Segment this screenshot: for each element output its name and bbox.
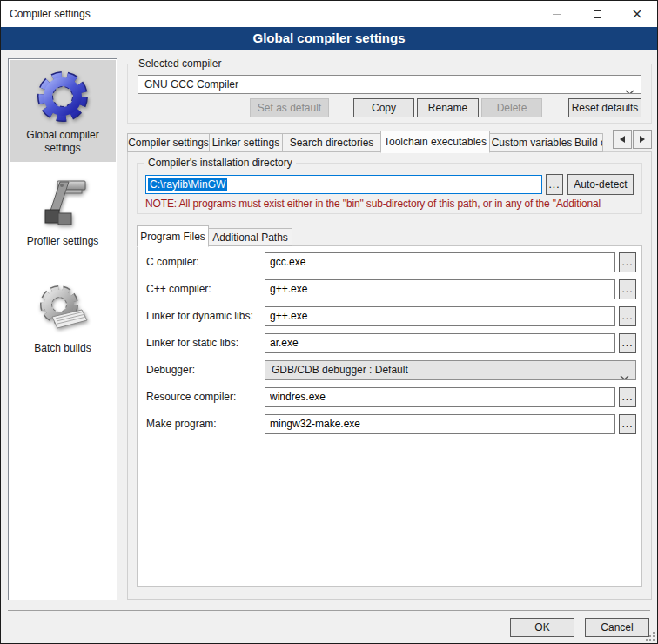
caliper-icon <box>35 175 91 231</box>
tab-scroll-arrows <box>612 130 652 149</box>
maximize-icon <box>594 10 601 18</box>
rename-button[interactable]: Rename <box>417 98 479 117</box>
close-button[interactable]: × <box>617 1 657 27</box>
tab-compiler-settings[interactable]: Compiler settings <box>127 133 210 152</box>
dynamic-linker-input[interactable] <box>265 306 615 326</box>
sidebar-item-label: Global compiler settings <box>11 129 114 155</box>
compiler-select-value: GNU GCC Compiler <box>144 78 238 91</box>
bin-subdirectory-note: NOTE: All programs must exist either in … <box>145 198 634 210</box>
tab-additional-paths[interactable]: Additional Paths <box>208 228 292 246</box>
sidebar-item-profiler-settings[interactable]: Profiler settings <box>10 163 116 255</box>
compiler-buttons-row: Set as default Copy Rename Delete Reset … <box>138 98 641 117</box>
set-as-default-button[interactable]: Set as default <box>250 98 329 117</box>
dynamic-linker-label: Linker for dynamic libs: <box>146 310 265 322</box>
selected-compiler-group-label: Selected compiler <box>135 57 225 70</box>
static-linker-label: Linker for static libs: <box>146 337 265 349</box>
minimize-button[interactable] <box>537 1 577 27</box>
ok-button[interactable]: OK <box>510 618 574 637</box>
program-files-tab-strip: Program Files Additional Paths <box>137 225 642 246</box>
dynamic-linker-browse-button[interactable]: ... <box>619 306 636 326</box>
resource-compiler-label: Resource compiler: <box>146 391 265 403</box>
chevron-down-icon <box>625 83 634 94</box>
make-program-browse-button[interactable]: ... <box>619 414 636 434</box>
installation-directory-browse-button[interactable]: ... <box>546 174 563 195</box>
compiler-select[interactable]: GNU GCC Compiler <box>138 75 641 94</box>
resource-compiler-browse-button[interactable]: ... <box>619 387 636 407</box>
resource-compiler-input[interactable] <box>265 387 615 407</box>
auto-detect-button[interactable]: Auto-detect <box>567 174 634 195</box>
tab-toolchain-executables[interactable]: Toolchain executables <box>380 131 490 153</box>
maximize-button[interactable] <box>577 1 617 27</box>
window-title: Compiler settings <box>1 8 91 20</box>
make-program-input[interactable] <box>265 414 615 434</box>
cpp-compiler-browse-button[interactable]: ... <box>619 279 636 299</box>
cpp-compiler-label: C++ compiler: <box>146 283 265 295</box>
sidebar-item-label: Batch builds <box>11 342 114 355</box>
selected-compiler-group: Selected compiler GNU GCC Compiler Set a… <box>127 64 652 124</box>
debugger-row: Debugger: GDB/CDB debugger : Default <box>146 359 636 380</box>
resize-grip[interactable] <box>646 632 655 641</box>
title-bar: Compiler settings × <box>1 1 657 27</box>
settings-tab-strip: Compiler settings Linker settings Search… <box>127 130 652 152</box>
static-linker-input[interactable] <box>265 333 615 353</box>
chevron-down-icon <box>620 368 629 380</box>
right-arrow-icon[interactable] <box>633 130 652 149</box>
left-arrow-icon[interactable] <box>613 130 632 149</box>
debugger-label: Debugger: <box>146 364 265 376</box>
make-program-row: Make program: ... <box>146 413 636 434</box>
tab-custom-variables[interactable]: Custom variables <box>489 133 574 152</box>
resource-compiler-row: Resource compiler: ... <box>146 386 636 407</box>
cancel-button[interactable]: Cancel <box>585 618 649 637</box>
compiler-settings-dialog: Compiler settings × Global compiler sett… <box>0 0 658 644</box>
settings-category-list: Global compiler settings <box>8 58 118 600</box>
installation-directory-value: C:\raylib\MinGW <box>148 178 227 191</box>
delete-button[interactable]: Delete <box>481 98 542 117</box>
installation-directory-group: Compiler's installation directory C:\ray… <box>137 163 642 214</box>
tab-linker-settings[interactable]: Linker settings <box>209 133 283 152</box>
minimize-icon <box>553 14 561 15</box>
tab-search-directories[interactable]: Search directories <box>282 133 381 152</box>
main-panel: Selected compiler GNU GCC Compiler Set a… <box>127 58 652 600</box>
program-files-page: C compiler: ... C++ compiler: ... Linker… <box>137 245 642 587</box>
debugger-select[interactable]: GDB/CDB debugger : Default <box>265 360 636 380</box>
window-controls: × <box>537 1 657 27</box>
footer-divider <box>8 610 650 611</box>
installation-directory-row: C:\raylib\MinGW ... Auto-detect <box>145 174 634 195</box>
copy-button[interactable]: Copy <box>353 98 414 117</box>
tab-program-files[interactable]: Program Files <box>137 225 209 247</box>
c-compiler-input[interactable] <box>265 252 615 272</box>
sidebar-item-label: Profiler settings <box>11 235 114 248</box>
reset-defaults-button[interactable]: Reset defaults <box>568 98 641 117</box>
blue-gear-icon <box>35 69 91 124</box>
toolchain-executables-page: Compiler's installation directory C:\ray… <box>127 151 652 600</box>
close-icon: × <box>631 7 642 21</box>
gray-gear-stack-icon <box>35 282 91 338</box>
make-program-label: Make program: <box>146 418 265 430</box>
tab-build-options-clipped[interactable]: Build options <box>574 133 603 152</box>
sidebar-item-global-compiler-settings[interactable]: Global compiler settings <box>10 60 116 162</box>
dynamic-linker-row: Linker for dynamic libs: ... <box>146 305 636 326</box>
c-compiler-browse-button[interactable]: ... <box>619 252 636 272</box>
static-linker-browse-button[interactable]: ... <box>619 333 636 353</box>
cpp-compiler-row: C++ compiler: ... <box>146 278 636 299</box>
installation-directory-group-label: Compiler's installation directory <box>144 157 296 169</box>
page-title: Global compiler settings <box>1 27 657 50</box>
c-compiler-label: C compiler: <box>146 256 265 268</box>
cpp-compiler-input[interactable] <box>265 279 615 299</box>
sidebar-item-batch-builds[interactable]: Batch builds <box>10 256 116 362</box>
installation-directory-input[interactable]: C:\raylib\MinGW <box>145 175 542 194</box>
static-linker-row: Linker for static libs: ... <box>146 332 636 353</box>
c-compiler-row: C compiler: ... <box>146 252 636 272</box>
debugger-select-value: GDB/CDB debugger : Default <box>272 364 408 376</box>
